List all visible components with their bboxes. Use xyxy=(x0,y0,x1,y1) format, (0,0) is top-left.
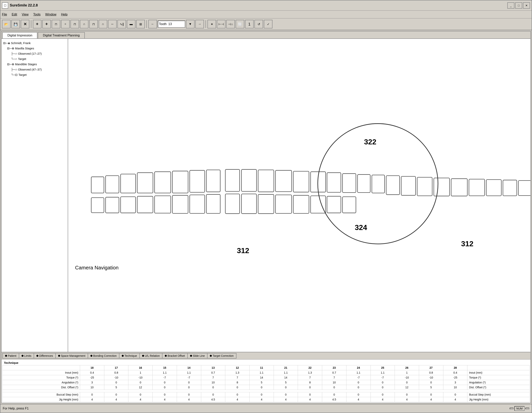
menu-file[interactable]: File xyxy=(2,13,7,16)
toolbar-align-button[interactable]: ⊢⊣ xyxy=(217,20,226,29)
tree-item-mandible-target[interactable]: └─⊡ Target xyxy=(11,72,66,77)
nav-tab-differences[interactable]: Differences xyxy=(34,353,55,359)
toolbar-arch3-button[interactable]: ⊓ xyxy=(89,20,98,29)
label-inout: Inout (mm) xyxy=(2,370,80,375)
toolbar-add-button[interactable]: + xyxy=(33,20,41,29)
toolbar-forward-button[interactable]: → xyxy=(195,20,204,29)
header-17: 17 xyxy=(104,365,128,370)
table-row-buccal-step: Buccal Step (mm) 0 0 0 0 0 0 0 0 0 0 0 xyxy=(2,392,530,397)
toolbar-intersect2-button[interactable]: ∩ xyxy=(99,20,107,29)
technique-data-section: Technique 18 17 16 15 14 13 12 11 xyxy=(1,360,531,403)
svg-rect-2 xyxy=(105,176,119,193)
maximize-button[interactable]: □ xyxy=(515,2,522,9)
toolbar-close-button[interactable]: ✕ xyxy=(21,20,29,29)
svg-rect-30 xyxy=(121,197,136,213)
svg-rect-15 xyxy=(327,173,341,192)
toolbar-square-button[interactable]: ⬜ xyxy=(236,20,244,29)
bonding-dot xyxy=(90,355,92,357)
svg-rect-42 xyxy=(327,196,341,213)
minimize-button[interactable]: _ xyxy=(507,2,514,9)
status-box-empty xyxy=(510,408,513,409)
toolbar-star-button[interactable]: ✶ xyxy=(208,20,216,29)
technique-dot xyxy=(122,355,124,357)
nav-tab-technique[interactable]: Technique xyxy=(119,353,139,359)
toolbar-number-button[interactable]: 1 xyxy=(245,20,254,29)
nav-tab-slide-line[interactable]: Slide Line xyxy=(187,353,207,359)
toolbar-check-button[interactable]: ✓ xyxy=(264,20,273,29)
tree-item-maxilla-target[interactable]: └─∩ Target xyxy=(11,56,66,61)
toolbar-open-button[interactable]: 📂 xyxy=(2,20,10,29)
menu-help[interactable]: Help xyxy=(61,13,67,16)
tab-digital-impression[interactable]: Digital Impression xyxy=(2,32,37,39)
nav-tab-target-correction[interactable]: Target Correction xyxy=(207,353,236,359)
content-area: ⊟─◈ Schmidt, Frank ⊟─⊕ Maxilla Stages ├─… xyxy=(1,39,531,352)
menu-tools[interactable]: Tools xyxy=(33,13,40,16)
toolbar-divide-button[interactable]: ÷ xyxy=(61,20,70,29)
svg-rect-22 xyxy=(434,178,449,196)
tree-item-maxilla[interactable]: ⊟─⊕ Maxilla Stages xyxy=(7,46,66,51)
lower-teeth xyxy=(91,194,356,214)
toolbar-pin-button[interactable]: ⊣∩ xyxy=(226,20,235,29)
toolbar-arch-button[interactable]: ⊓ xyxy=(52,20,60,29)
toolbar-wave-button[interactable]: ∿∥ xyxy=(117,20,126,29)
nav-tab-ul-relation[interactable]: U/L Relation xyxy=(139,353,162,359)
toolbar-save-button[interactable]: 💾 xyxy=(11,20,20,29)
tree-item-maxilla-observed[interactable]: ├─∩ Observed (17–27) xyxy=(11,51,66,56)
bracket-dot xyxy=(165,355,167,357)
menu-window[interactable]: Window xyxy=(45,13,56,16)
svg-rect-41 xyxy=(311,196,326,213)
nav-tab-bonding-correction[interactable]: Bonding Correction xyxy=(88,353,119,359)
tree-item-patient[interactable]: ⊟─◈ Schmidt, Frank xyxy=(3,40,66,46)
dental-viewport[interactable]: 322 324 312 312 xyxy=(68,39,531,352)
viewport-inner: 322 324 312 312 xyxy=(68,39,531,352)
toolbar-arch2-button[interactable]: ⊓ xyxy=(70,20,79,29)
cell-inout-23: 0.7 xyxy=(322,370,346,375)
svg-rect-19 xyxy=(386,176,399,195)
toolbar-segment-button[interactable]: ▬ xyxy=(127,20,135,29)
tooth-dropdown-button[interactable]: ▼ xyxy=(186,20,195,29)
toolbar-add2-button[interactable]: + xyxy=(42,20,51,29)
toolbar: 📂 💾 ✕ + + ⊓ ÷ ⊓ ∩ ⊓ ∩ ↔ ∿∥ ▬ ⊞ ← ▼ → ✶ ⊢… xyxy=(0,19,532,30)
svg-rect-31 xyxy=(137,196,153,213)
nav-tab-bracket-offset[interactable]: Bracket Offset xyxy=(162,353,187,359)
toolbar-intersect-button[interactable]: ∩ xyxy=(80,20,88,29)
svg-rect-26 xyxy=(503,180,517,196)
main-tab-bar: Digital Impression Digital Treatment Pla… xyxy=(1,31,531,39)
tree-item-mandible-observed[interactable]: ├─∩ Observed (47–37) xyxy=(11,67,66,72)
tooth-input-field[interactable] xyxy=(158,20,185,28)
tree-item-mandible[interactable]: ⊟─⊕ Mandible Stages xyxy=(7,61,66,67)
menu-edit[interactable]: Edit xyxy=(12,13,17,16)
label-angulation-right: Angulation (*) xyxy=(467,380,530,385)
toolbar-sep-1 xyxy=(31,20,31,28)
status-bar: For Help, press F1 NUM xyxy=(0,404,532,413)
header-18: 18 xyxy=(80,365,104,370)
nav-tab-space-management[interactable]: Space Management xyxy=(55,353,88,359)
cell-inout-27: 0.8 xyxy=(419,370,443,375)
main-content: Digital Impression Digital Treatment Pla… xyxy=(1,31,531,403)
nav-tab-limits[interactable]: Limits xyxy=(19,353,34,359)
header-12: 12 xyxy=(225,365,250,370)
label-buccal-step: Buccal Step (mm) xyxy=(2,392,80,397)
toolbar-back-button[interactable]: ← xyxy=(148,20,157,29)
close-button[interactable]: ✕ xyxy=(523,2,530,9)
cell-inout-26: 1 xyxy=(395,370,419,375)
menu-view[interactable]: View xyxy=(22,13,28,16)
menu-bar: File Edit View Tools Window Help xyxy=(0,10,532,19)
toolbar-grid-button[interactable]: ⊞ xyxy=(136,20,145,29)
nav-tab-patient[interactable]: Patient xyxy=(2,353,19,359)
toolbar-sep-3 xyxy=(206,20,206,28)
svg-rect-4 xyxy=(137,173,153,193)
tab-digital-treatment[interactable]: Digital Treatment Planning xyxy=(38,32,85,39)
svg-rect-18 xyxy=(372,175,385,193)
app-title: SureSmile 22.2.8 xyxy=(10,3,38,8)
tree-panel: ⊟─◈ Schmidt, Frank ⊟─⊕ Maxilla Stages ├─… xyxy=(1,39,68,352)
label-jig-height-right: Jig Height (mm) xyxy=(467,397,530,402)
svg-rect-21 xyxy=(417,177,432,196)
cell-inout-16: 1 xyxy=(128,370,153,375)
toolbar-exchange-button[interactable]: ↔ xyxy=(108,20,117,29)
tooth-selector: ▼ xyxy=(158,20,195,29)
header-25: 25 xyxy=(370,365,395,370)
table-row-torque: Torque (*) -25 -10 -10 -7 -7 7 7 14 14 7… xyxy=(2,375,530,380)
toolbar-undo-button[interactable]: ↺ xyxy=(255,20,263,29)
help-text: For Help, press F1 xyxy=(3,407,28,410)
